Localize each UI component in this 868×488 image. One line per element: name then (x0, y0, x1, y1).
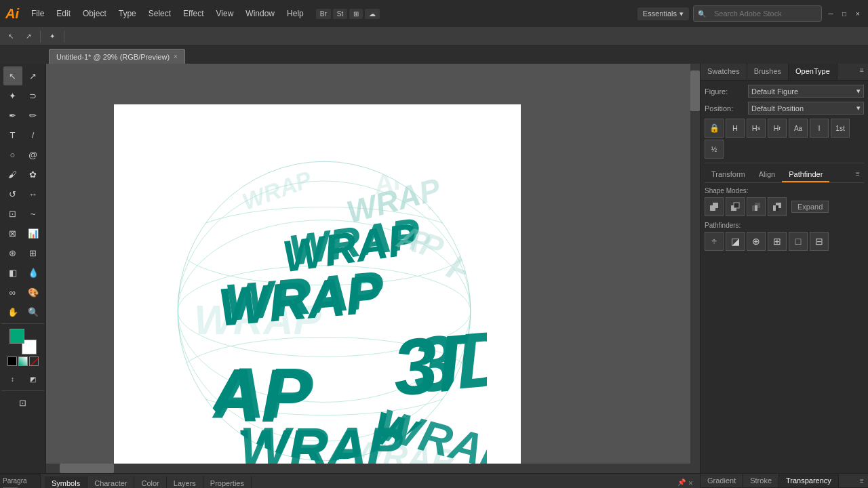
mesh-tool[interactable]: ⊞ (24, 243, 43, 262)
expand-btn[interactable]: Expand (791, 201, 829, 213)
foreground-color-box[interactable] (9, 329, 24, 344)
menu-help[interactable]: Help (281, 6, 309, 21)
outline-btn[interactable]: □ (789, 232, 808, 251)
restore-button[interactable]: □ (840, 9, 849, 18)
ot-icon-5[interactable]: Aa (789, 119, 808, 138)
close-button[interactable]: × (853, 9, 863, 18)
spiral-tool[interactable]: @ (24, 145, 43, 164)
scale-tool[interactable]: ⊡ (3, 204, 22, 223)
minus-front-btn[interactable] (726, 197, 745, 216)
stock-btn[interactable]: St (333, 9, 347, 19)
ot-icon-2[interactable]: H (726, 119, 745, 138)
unite-btn[interactable] (705, 197, 724, 216)
selection-tool[interactable]: ↖ (3, 66, 22, 85)
pen-tool[interactable]: ✒ (3, 106, 22, 125)
panel-menu-btn[interactable]: ≡ (856, 64, 868, 76)
gradient-tab[interactable]: Gradient (701, 474, 743, 487)
trans-menu-btn[interactable]: ≡ (856, 474, 868, 487)
brushes-tab[interactable]: Brushes (747, 64, 789, 80)
menu-view[interactable]: View (211, 6, 239, 21)
ot-icon-6[interactable]: I (810, 119, 829, 138)
close-panel-btn[interactable]: × (688, 479, 693, 488)
transform-tab[interactable]: Transform (705, 167, 752, 182)
align-tab[interactable]: Align (752, 167, 782, 182)
vertical-scrollbar[interactable] (690, 64, 700, 473)
switch-colors-btn[interactable]: ↕ (3, 369, 22, 388)
direct-selection-tool[interactable]: ↗ (24, 66, 43, 85)
eyedropper-tool[interactable]: 💧 (24, 263, 43, 282)
artboard-tool[interactable]: ⊡ (14, 393, 33, 412)
type-tool[interactable]: T (3, 125, 22, 144)
magic-wand-tool[interactable]: ✦ (3, 86, 22, 105)
ot-icon-7[interactable]: 1st (831, 119, 850, 138)
ot-icon-8[interactable]: ½ (705, 140, 724, 159)
blend-tool[interactable]: ∞ (3, 283, 22, 302)
pencil-tool[interactable]: ✏ (24, 106, 43, 125)
default-colors-btn[interactable]: ◩ (24, 369, 43, 388)
menu-window[interactable]: Window (240, 6, 280, 21)
layout-btn[interactable]: ⊞ (349, 9, 363, 19)
symbol-sprayer-tool[interactable]: ⊛ (3, 243, 22, 262)
gradient-tool[interactable]: ◧ (3, 263, 22, 282)
live-paint-tool[interactable]: 🎨 (24, 283, 43, 302)
symbols-tab[interactable]: Symbols (45, 476, 87, 488)
minus-back-btn[interactable]: ⊟ (810, 232, 829, 251)
divide-btn[interactable]: ÷ (705, 232, 724, 251)
ot-icon-1[interactable]: 🔒 (705, 119, 724, 138)
intersect-btn[interactable] (747, 197, 766, 216)
transparency-tab[interactable]: Transparency (779, 474, 839, 487)
properties-tab[interactable]: Properties (203, 476, 252, 488)
rotate-tool[interactable]: ↺ (3, 184, 22, 203)
menu-type[interactable]: Type (113, 6, 142, 21)
paintbrush-tool[interactable]: 🖌 (3, 165, 22, 184)
pathfinder-tab[interactable]: Pathfinder (782, 167, 829, 182)
vscroll-thumb[interactable] (690, 70, 700, 111)
line-tool[interactable]: / (24, 125, 43, 144)
merge-btn[interactable]: ⊕ (747, 232, 766, 251)
ot-icon-3[interactable]: Hs (747, 119, 766, 138)
ellipse-tool[interactable]: ○ (3, 145, 22, 164)
menu-select[interactable]: Select (143, 6, 176, 21)
search-input[interactable] (709, 7, 817, 20)
character-tab[interactable]: Character (87, 476, 134, 488)
document-tab[interactable]: Untitled-1* @ 29% (RGB/Preview) × (49, 49, 185, 64)
direct-select-btn[interactable]: ↗ (20, 28, 37, 45)
reflect-tool[interactable]: ↔ (24, 184, 43, 203)
trim-btn[interactable]: ◪ (726, 232, 745, 251)
none-indicator[interactable] (7, 357, 17, 366)
blob-brush-tool[interactable]: ✿ (24, 165, 43, 184)
gradient-indicator[interactable] (18, 357, 28, 366)
no-fill-indicator[interactable] (29, 357, 39, 366)
menu-object[interactable]: Object (77, 6, 112, 21)
warp-tool[interactable]: ~ (24, 204, 43, 223)
select-tool-btn[interactable]: ↖ (3, 28, 19, 45)
minimize-button[interactable]: ─ (826, 9, 835, 18)
ot-icon-4[interactable]: Hr (768, 119, 787, 138)
tab-close-btn[interactable]: × (174, 53, 178, 60)
lasso-tool[interactable]: ⊃ (24, 86, 43, 105)
horizontal-scrollbar[interactable] (46, 464, 690, 473)
essentials-dropdown[interactable]: Essentials ▾ (637, 7, 689, 20)
opentype-tab[interactable]: OpenType (789, 64, 837, 80)
position-select[interactable]: Default Position ▾ (748, 102, 864, 115)
figure-select[interactable]: Default Figure ▾ (748, 85, 864, 98)
width-tool[interactable]: ⊠ (3, 224, 22, 243)
color-tab[interactable]: Color (134, 476, 166, 488)
pin-icon[interactable]: 📌 (677, 479, 686, 488)
hscroll-thumb[interactable] (60, 464, 114, 473)
bridge-btn[interactable]: Br (316, 9, 331, 19)
exclude-btn[interactable] (768, 197, 787, 216)
crop-btn[interactable]: ⊞ (768, 232, 787, 251)
zoom-tool[interactable]: 🔍 (24, 302, 43, 321)
layers-tab[interactable]: Layers (167, 476, 203, 488)
hand-tool[interactable]: ✋ (3, 302, 22, 321)
cloud-btn[interactable]: ☁ (365, 9, 380, 19)
menu-file[interactable]: File (26, 6, 50, 21)
swatches-tab[interactable]: Swatches (701, 64, 747, 80)
sub-panel-menu-btn[interactable]: ≡ (852, 167, 864, 180)
tool3-btn[interactable]: ✦ (44, 28, 60, 45)
menu-effect[interactable]: Effect (178, 6, 209, 21)
column-graph-tool[interactable]: 📊 (24, 224, 43, 243)
menu-edit[interactable]: Edit (51, 6, 76, 21)
stroke-tab[interactable]: Stroke (743, 474, 779, 487)
